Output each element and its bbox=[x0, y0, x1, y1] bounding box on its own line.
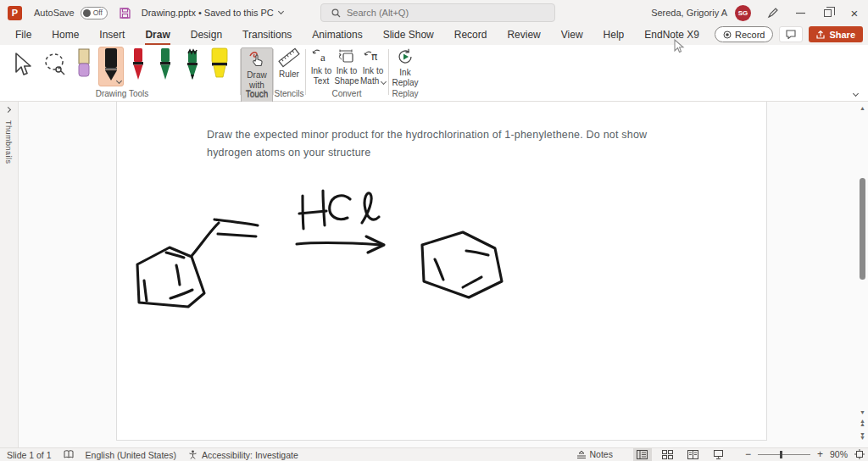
tab-endnote[interactable]: EndNote X9 bbox=[634, 26, 709, 45]
pen-options-chevron-icon[interactable] bbox=[116, 78, 122, 84]
tab-animations[interactable]: Animations bbox=[302, 26, 372, 45]
lasso-icon bbox=[42, 52, 68, 77]
close-button[interactable]: × bbox=[841, 0, 868, 25]
search-box[interactable] bbox=[320, 3, 555, 22]
spellcheck-book-icon[interactable] bbox=[64, 450, 74, 459]
ink-pen-mode-icon[interactable] bbox=[760, 0, 787, 25]
share-button[interactable]: Share bbox=[809, 26, 863, 42]
powerpoint-window: P AutoSave Off Drawing.pptx • Saved to t… bbox=[0, 0, 868, 461]
document-title[interactable]: Drawing.pptx • Saved to this PC bbox=[142, 8, 283, 18]
draw-with-touch-icon bbox=[248, 50, 266, 69]
record-button[interactable]: Record bbox=[715, 26, 773, 42]
fit-slide-to-window-icon[interactable] bbox=[854, 449, 865, 459]
eraser-icon bbox=[75, 47, 93, 81]
restore-button[interactable] bbox=[814, 0, 841, 25]
tab-help[interactable]: Help bbox=[593, 26, 635, 45]
thumbnails-panel-label: Thumbnails bbox=[4, 120, 13, 164]
stencils-group-label: Stencils bbox=[274, 89, 304, 98]
tab-insert[interactable]: Insert bbox=[89, 26, 135, 45]
search-input[interactable] bbox=[347, 8, 533, 18]
language-indicator[interactable]: English (United States) bbox=[86, 450, 176, 460]
highlighter-icon bbox=[209, 47, 231, 83]
touch-group: Draw with Touch Touch bbox=[241, 45, 273, 101]
normal-view-icon bbox=[637, 450, 648, 459]
notes-icon bbox=[576, 450, 587, 458]
tab-view[interactable]: View bbox=[551, 26, 593, 45]
autosave-state: Off bbox=[93, 8, 103, 17]
thumbnails-panel-collapsed[interactable]: Thumbnails bbox=[0, 102, 19, 447]
previous-slide-button[interactable]: ▲▲ bbox=[857, 419, 868, 426]
ruler-icon bbox=[278, 47, 300, 68]
powerpoint-app-icon[interactable]: P bbox=[8, 6, 22, 20]
lasso-select-tool[interactable] bbox=[42, 52, 68, 77]
ink-replay-icon bbox=[396, 47, 415, 66]
touch-group-label: Touch bbox=[241, 89, 273, 98]
tab-draw[interactable]: Draw bbox=[135, 26, 180, 45]
tab-slide-show[interactable]: Slide Show bbox=[373, 26, 444, 45]
tab-review[interactable]: Review bbox=[497, 26, 550, 45]
svg-text:a: a bbox=[320, 51, 326, 64]
select-cursor-icon bbox=[12, 52, 34, 77]
accessibility-status[interactable]: Accessibility: Investigate bbox=[202, 450, 298, 460]
black-pen-tool[interactable] bbox=[98, 47, 124, 86]
slideshow-view-button[interactable] bbox=[709, 448, 728, 461]
reading-view-button[interactable] bbox=[684, 448, 703, 461]
ink-to-math-icon: π bbox=[364, 47, 382, 64]
ruler-button[interactable]: Ruler bbox=[274, 47, 304, 80]
tab-transitions[interactable]: Transitions bbox=[232, 26, 302, 45]
tab-file[interactable]: File bbox=[5, 26, 42, 45]
chevron-down-icon bbox=[278, 8, 284, 14]
slide-sorter-view-button[interactable] bbox=[659, 448, 677, 461]
tab-home[interactable]: Home bbox=[42, 26, 89, 45]
zoom-in-button[interactable]: + bbox=[817, 448, 823, 460]
next-slide-button[interactable]: ▼▼ bbox=[857, 433, 868, 440]
red-pen-tool[interactable] bbox=[129, 47, 147, 83]
avatar[interactable]: SG bbox=[735, 5, 751, 21]
svg-text:π: π bbox=[371, 51, 377, 63]
ink-to-text-icon: a bbox=[312, 47, 331, 64]
zoom-out-button[interactable]: − bbox=[745, 448, 751, 460]
save-icon[interactable] bbox=[119, 7, 131, 19]
minimize-button[interactable] bbox=[787, 0, 814, 25]
ink-to-shape-button[interactable]: Ink to Shape bbox=[334, 47, 359, 86]
collapse-ribbon-chevron-icon[interactable] bbox=[853, 91, 859, 97]
ink-to-shape-icon bbox=[337, 47, 356, 64]
scroll-down-arrow-icon[interactable]: ▼ bbox=[857, 409, 868, 415]
eraser-tool[interactable] bbox=[75, 47, 93, 81]
zoom-level[interactable]: 90% bbox=[830, 449, 848, 459]
green-pencil-tool[interactable] bbox=[183, 47, 202, 83]
ink-to-math-button[interactable]: π Ink to Math bbox=[359, 47, 387, 86]
zoom-slider-thumb[interactable] bbox=[780, 451, 782, 458]
notes-button[interactable]: Notes bbox=[576, 449, 613, 459]
vertical-scrollbar[interactable]: ▲ ▼ ▲▲ ▼▼ bbox=[857, 102, 868, 447]
convert-group-label: Convert bbox=[307, 89, 387, 98]
record-icon bbox=[723, 31, 732, 39]
user-name[interactable]: Sereda, Grigoriy A bbox=[651, 8, 727, 18]
expand-thumbnails-chevron-icon[interactable] bbox=[5, 107, 11, 113]
ink-to-text-button[interactable]: a Ink to Text bbox=[309, 47, 334, 86]
normal-view-button[interactable] bbox=[633, 448, 652, 461]
green-pencil-icon bbox=[183, 47, 202, 83]
stencils-group: Ruler Stencils bbox=[274, 45, 304, 101]
yellow-highlighter-tool[interactable] bbox=[209, 47, 231, 83]
select-tool[interactable] bbox=[12, 52, 34, 77]
comments-button[interactable] bbox=[779, 26, 803, 42]
slide-question-text[interactable]: Draw the expected minor product for the … bbox=[207, 126, 680, 162]
replay-group-label: Replay bbox=[389, 89, 421, 98]
convert-group: a Ink to Text Ink to Shape π Ink to Math bbox=[307, 45, 387, 101]
scrollbar-thumb[interactable] bbox=[860, 178, 865, 280]
slideshow-icon bbox=[713, 450, 724, 459]
autosave-toggle[interactable]: Off bbox=[81, 7, 108, 19]
zoom-slider[interactable] bbox=[758, 454, 810, 455]
tab-design[interactable]: Design bbox=[181, 26, 232, 45]
title-bar: P AutoSave Off Drawing.pptx • Saved to t… bbox=[0, 0, 868, 25]
tab-record[interactable]: Record bbox=[444, 26, 498, 45]
drawing-tools-group: Drawing Tools bbox=[7, 45, 237, 101]
scroll-up-arrow-icon[interactable]: ▲ bbox=[857, 105, 868, 111]
comment-icon bbox=[786, 30, 796, 39]
green-pen-tool[interactable] bbox=[156, 47, 175, 83]
slide-indicator[interactable]: Slide 1 of 1 bbox=[7, 450, 52, 460]
accessibility-person-icon[interactable] bbox=[188, 450, 198, 459]
slide-sorter-icon bbox=[662, 450, 673, 459]
ink-replay-button[interactable]: Ink Replay bbox=[389, 47, 421, 87]
